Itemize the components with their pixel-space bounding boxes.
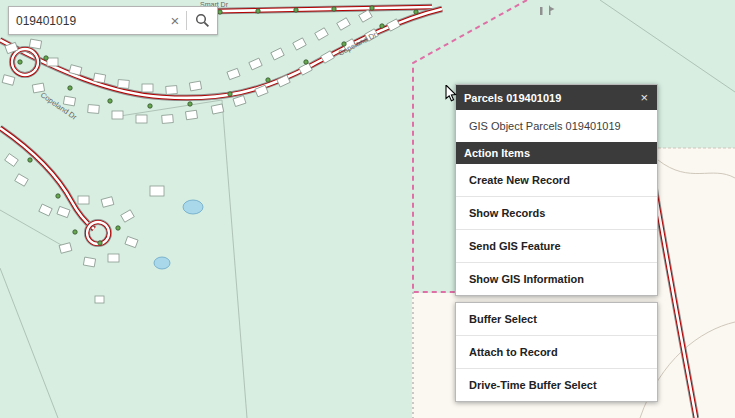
popup-title: Parcels 019401019 bbox=[464, 92, 561, 104]
parcel-search-box: × bbox=[8, 6, 218, 35]
clear-search-button[interactable]: × bbox=[164, 7, 186, 34]
popup-header[interactable]: Parcels 019401019 × bbox=[456, 85, 657, 110]
search-button[interactable] bbox=[187, 7, 217, 34]
search-icon bbox=[195, 13, 210, 28]
gis-map-view: Smart Dr Copeland Dr Copeland Dr × Parce… bbox=[0, 0, 735, 418]
menu-item-buffer-select[interactable]: Buffer Select bbox=[456, 303, 657, 335]
close-icon[interactable]: × bbox=[639, 91, 649, 104]
menu-item-attach-to-record[interactable]: Attach to Record bbox=[456, 335, 657, 368]
menu-item-show-records[interactable]: Show Records bbox=[456, 196, 657, 229]
menu-item-send-gis-feature[interactable]: Send GIS Feature bbox=[456, 229, 657, 262]
action-items-header: Action Items bbox=[456, 142, 657, 164]
search-input[interactable] bbox=[9, 14, 164, 28]
parcel-popup-secondary-panel: Buffer Select Attach to Record Drive-Tim… bbox=[455, 302, 658, 402]
parcel-popup: Parcels 019401019 × GIS Object Parcels 0… bbox=[455, 84, 658, 402]
parcel-popup-main-panel: Parcels 019401019 × GIS Object Parcels 0… bbox=[455, 84, 658, 296]
gis-object-row[interactable]: GIS Object Parcels 019401019 bbox=[456, 110, 657, 142]
menu-item-drive-time-buffer-select[interactable]: Drive-Time Buffer Select bbox=[456, 368, 657, 401]
menu-item-show-gis-information[interactable]: Show GIS Information bbox=[456, 262, 657, 295]
menu-item-create-new-record[interactable]: Create New Record bbox=[456, 164, 657, 196]
